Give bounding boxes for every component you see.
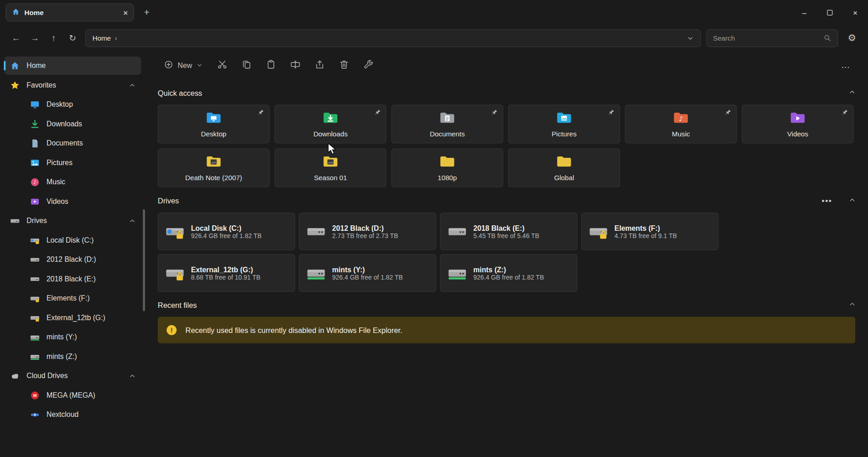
back-button[interactable]: ← <box>7 29 26 47</box>
quick-access-card-1080p[interactable]: 1080p <box>392 148 503 187</box>
sidebar-scrollbar[interactable] <box>143 209 145 311</box>
section-title: Recent files <box>158 301 197 309</box>
svg-text:♪: ♪ <box>679 115 683 122</box>
maximize-button[interactable] <box>817 0 842 25</box>
paste-button[interactable] <box>260 56 282 75</box>
refresh-button[interactable]: ↻ <box>63 29 82 47</box>
new-tab-button[interactable]: + <box>139 4 155 21</box>
delete-button[interactable] <box>333 56 355 75</box>
drive-green-icon <box>30 351 40 361</box>
quick-access-card-documents[interactable]: Documents <box>392 105 503 144</box>
quick-access-card-global[interactable]: Global <box>508 148 620 187</box>
address-bar[interactable]: Home › <box>85 29 701 47</box>
share-button[interactable] <box>308 56 331 75</box>
chevron-up-icon[interactable] <box>129 82 136 88</box>
quick-access-label: Pictures <box>552 130 577 138</box>
drives-header: Drives ••• <box>158 196 856 206</box>
sidebar-item-label: Pictures <box>46 158 72 166</box>
quick-access-header: Quick access <box>158 88 856 97</box>
mega-icon: M <box>30 390 40 400</box>
breadcrumb[interactable]: Home <box>93 34 111 42</box>
tab-close-icon[interactable]: × <box>124 9 128 16</box>
new-button-label: New <box>178 61 192 69</box>
drive-card-local-disk-c[interactable]: Local Disk (C:) 926.4 GB free of 1.82 TB <box>158 213 295 250</box>
drive-icon <box>447 222 467 242</box>
tab-home[interactable]: Home × <box>5 3 134 21</box>
home-tab-icon <box>12 7 20 17</box>
close-button[interactable]: × <box>842 0 868 25</box>
minimize-button[interactable]: – <box>791 0 817 25</box>
sidebar-item-elements-f[interactable]: Elements (F:) <box>5 289 141 307</box>
drive-card-2018-black-e[interactable]: 2018 Black (E:) 5.45 TB free of 5.46 TB <box>440 213 577 250</box>
sidebar-item-label: Home <box>26 62 46 70</box>
new-button[interactable]: New <box>158 56 209 75</box>
drive-card-2012-black-d[interactable]: 2012 Black (D:) 2.73 TB free of 2.73 TB <box>299 213 436 250</box>
drive-name: Local Disk (C:) <box>191 224 288 232</box>
monitor-icon <box>30 99 40 109</box>
collapse-recent-icon[interactable] <box>849 301 856 309</box>
pin-icon[interactable] <box>723 109 732 117</box>
cloud-icon <box>10 371 20 381</box>
drives-grid: Local Disk (C:) 926.4 GB free of 1.82 TB… <box>158 213 724 292</box>
quick-access-card-music[interactable]: ♪ Music <box>625 105 737 144</box>
see-more-icon[interactable]: … <box>836 60 856 70</box>
sidebar-item-mints-z[interactable]: mints (Z:) <box>5 347 141 365</box>
folder-videos-icon <box>790 109 806 125</box>
pin-icon[interactable] <box>256 109 264 117</box>
sidebar-section-favorites[interactable]: Favorites <box>5 76 141 94</box>
drive-card-mints-y[interactable]: mints (Y:) 926.4 GB free of 1.82 TB <box>299 254 436 292</box>
forward-button[interactable]: → <box>26 29 44 47</box>
rename-button[interactable] <box>284 56 306 75</box>
pin-icon[interactable] <box>490 109 498 117</box>
recent-files-header: Recent files <box>158 301 856 309</box>
search-input[interactable]: Search <box>706 29 838 47</box>
sidebar-item-nextcloud[interactable]: Nextcloud <box>5 405 141 424</box>
drives-more-icon[interactable]: ••• <box>822 196 832 206</box>
quick-access-card-downloads[interactable]: Downloads <box>274 105 386 144</box>
copy-button[interactable] <box>235 56 258 75</box>
sidebar-item-label: Music <box>46 178 65 186</box>
sidebar-section-drives[interactable]: Drives <box>5 212 141 230</box>
pin-icon[interactable] <box>373 109 381 117</box>
drive-free-space: 5.45 TB free of 5.46 TB <box>473 232 570 239</box>
address-dropdown-icon[interactable] <box>687 35 694 42</box>
collapse-quick-access-icon[interactable] <box>849 88 856 97</box>
drive-icon <box>30 254 40 265</box>
quick-access-card-death-note-2007[interactable]: Death Note (2007) <box>158 148 269 187</box>
drive-card-external-12tb-g[interactable]: External_12tb (G:) 8.68 TB free of 10.91… <box>158 254 295 292</box>
sidebar-item-mints-y[interactable]: mints (Y:) <box>5 328 141 346</box>
chevron-down-icon <box>196 61 202 69</box>
sidebar-item-mega-mega[interactable]: M MEGA (MEGA) <box>5 386 141 404</box>
sidebar-item-desktop[interactable]: Desktop <box>5 95 141 114</box>
sidebar-item-videos[interactable]: Videos <box>5 192 141 210</box>
sidebar-item-downloads[interactable]: Downloads <box>5 114 141 133</box>
drive-card-mints-z[interactable]: mints (Z:) 926.4 GB free of 1.82 TB <box>440 254 577 292</box>
maximize-icon <box>827 10 832 15</box>
pin-icon[interactable] <box>607 109 615 117</box>
settings-gear-icon[interactable]: ⚙ <box>842 29 861 47</box>
cut-button[interactable] <box>211 56 233 75</box>
quick-access-card-pictures[interactable]: Pictures <box>508 105 620 144</box>
properties-button[interactable] <box>357 56 379 75</box>
chevron-up-icon[interactable] <box>129 218 136 224</box>
chevron-up-icon[interactable] <box>129 373 136 379</box>
sidebar-item-music[interactable]: ♪ Music <box>5 173 141 191</box>
up-button[interactable]: ↑ <box>44 29 63 47</box>
pin-icon[interactable] <box>840 109 848 117</box>
drive-info: Local Disk (C:) 926.4 GB free of 1.82 TB <box>191 224 288 239</box>
sidebar-item-label: 2018 Black (E:) <box>46 275 96 283</box>
sidebar-item-local-disk-c[interactable]: Local Disk (C:) <box>5 231 141 249</box>
sidebar-item-external-12tb-g[interactable]: External_12tb (G:) <box>5 308 141 327</box>
sidebar-item-2018-black-e[interactable]: 2018 Black (E:) <box>5 270 141 288</box>
delete-icon <box>339 59 349 72</box>
quick-access-card-videos[interactable]: Videos <box>742 105 853 144</box>
drive-card-elements-f[interactable]: Elements (F:) 4.73 TB free of 9.1 TB <box>581 213 718 250</box>
sidebar-item-2012-black-d[interactable]: 2012 Black (D:) <box>5 250 141 269</box>
quick-access-card-season-01[interactable]: Season 01 <box>274 148 386 187</box>
quick-access-card-desktop[interactable]: Desktop <box>158 105 269 144</box>
sidebar-item-home[interactable]: Home <box>5 57 141 75</box>
collapse-drives-icon[interactable] <box>849 196 856 205</box>
sidebar-item-pictures[interactable]: Pictures <box>5 153 141 171</box>
sidebar-item-documents[interactable]: Documents <box>5 134 141 152</box>
sidebar-section-cloud-drives[interactable]: Cloud Drives <box>5 367 141 385</box>
